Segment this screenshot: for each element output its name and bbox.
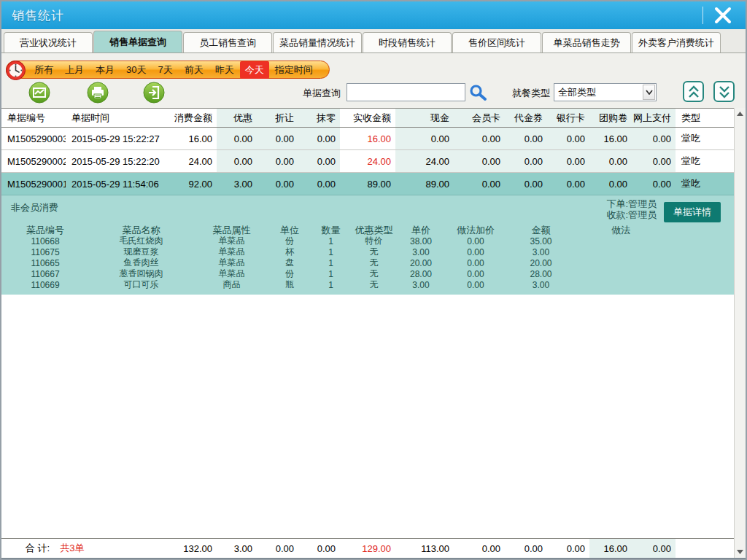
filter-option-2[interactable]: 上月 bbox=[59, 62, 90, 78]
cell-4: 3.00 bbox=[217, 173, 257, 195]
detail-cell-3: 商品 bbox=[193, 279, 270, 290]
collapse-all-button[interactable] bbox=[683, 81, 704, 102]
tab-6[interactable]: 售价区间统计 bbox=[452, 32, 541, 52]
detail-cell-1: 110675 bbox=[1, 246, 89, 257]
detail-row-4: 110667葱香回锅肉单菜品份1无28.000.0028.00 bbox=[1, 268, 737, 279]
dine-type-select[interactable]: 全部类型 bbox=[554, 83, 657, 101]
filter-option-7[interactable]: 昨天 bbox=[209, 62, 240, 78]
double-chevron-down-icon bbox=[719, 85, 730, 98]
date-filter-pill: 所有上月本月30天7天前天昨天今天指定时间 bbox=[6, 61, 330, 79]
order-row-2[interactable]: M15052900022015-05-29 15:22:2024.000.000… bbox=[1, 150, 737, 173]
expand-all-button[interactable] bbox=[713, 81, 735, 102]
detail-cell-7: 3.00 bbox=[395, 246, 446, 257]
detail-cell-2: 可口可乐 bbox=[89, 279, 193, 290]
detail-column-header-8: 做法加价 bbox=[446, 225, 505, 236]
tab-5[interactable]: 时段销售统计 bbox=[363, 32, 452, 52]
cell-6: 0.00 bbox=[298, 150, 340, 172]
filter-option-3[interactable]: 本月 bbox=[90, 62, 120, 78]
detail-cell-4: 份 bbox=[270, 268, 309, 279]
cell-7: 89.00 bbox=[340, 173, 395, 195]
cell-12: 0.00 bbox=[589, 150, 632, 172]
tab-8[interactable]: 外卖客户消费统计 bbox=[632, 32, 721, 52]
order-count: 共3单 bbox=[60, 542, 84, 555]
order-row-3[interactable]: M15052900012015-05-29 11:54:0692.003.000… bbox=[1, 173, 737, 195]
tab-1[interactable]: 营业状况统计 bbox=[4, 32, 93, 52]
order-row-1[interactable]: M15052900032015-05-29 15:22:2716.000.000… bbox=[1, 128, 737, 150]
detail-cell-2: 葱香回锅肉 bbox=[89, 268, 193, 279]
filter-option-1[interactable]: 所有 bbox=[28, 62, 59, 78]
filter-option-8[interactable]: 今天 bbox=[240, 61, 269, 79]
detail-row-1: 110668毛氏红烧肉单菜品份1特价38.000.0035.00 bbox=[1, 236, 737, 246]
detail-cell-9: 35.00 bbox=[505, 236, 577, 246]
close-icon bbox=[713, 7, 732, 24]
filter-option-5[interactable]: 7天 bbox=[152, 62, 178, 78]
footer-total-8: 0.00 bbox=[505, 539, 547, 558]
detail-cell-5: 1 bbox=[309, 279, 352, 290]
footer-total-7: 0.00 bbox=[454, 539, 505, 558]
double-chevron-up-icon bbox=[688, 85, 700, 98]
tab-7[interactable]: 单菜品销售走势 bbox=[542, 32, 631, 52]
detail-column-header-1: 菜品编号 bbox=[1, 225, 89, 236]
export-button[interactable] bbox=[143, 82, 165, 104]
column-header-7: 实收金额 bbox=[340, 109, 395, 127]
search-button[interactable] bbox=[468, 83, 487, 102]
cell-8: 0.00 bbox=[395, 128, 454, 149]
detail-cell-10 bbox=[577, 257, 665, 268]
window-bottom-edge bbox=[1, 558, 746, 559]
detail-cell-1: 110668 bbox=[1, 236, 89, 246]
scroll-up-button[interactable] bbox=[735, 108, 746, 120]
sales-statistics-window: 销售统计 营业状况统计销售单据查询员工销售查询菜品销量情况统计时段销售统计售价区… bbox=[0, 0, 747, 560]
detail-cell-5: 1 bbox=[309, 257, 352, 268]
receipt-query-input[interactable] bbox=[347, 83, 465, 101]
detail-cell-7: 28.00 bbox=[395, 268, 446, 279]
chevron-down-icon bbox=[643, 85, 655, 100]
cell-14: 堂吃 bbox=[676, 173, 737, 195]
empty-area bbox=[1, 295, 737, 538]
cell-1: M1505290003 bbox=[1, 128, 66, 149]
detail-cell-7: 38.00 bbox=[395, 236, 446, 246]
dine-type-selected-value: 全部类型 bbox=[554, 86, 643, 99]
tab-4[interactable]: 菜品销量情况统计 bbox=[273, 32, 362, 52]
tab-2[interactable]: 销售单据查询 bbox=[93, 31, 182, 52]
scroll-down-button[interactable] bbox=[735, 546, 746, 558]
filter-option-6[interactable]: 前天 bbox=[179, 62, 209, 78]
detail-cell-9: 3.00 bbox=[505, 279, 577, 290]
close-button[interactable] bbox=[709, 4, 737, 26]
footer-total-6: 113.00 bbox=[395, 539, 454, 558]
detail-cell-9: 3.00 bbox=[505, 246, 577, 257]
cell-2: 2015-05-29 15:22:20 bbox=[66, 150, 169, 172]
cell-10: 0.00 bbox=[505, 150, 547, 172]
detail-cell-2: 现磨豆浆 bbox=[89, 246, 193, 257]
detail-cell-1: 110665 bbox=[1, 257, 89, 268]
vertical-scrollbar[interactable] bbox=[734, 108, 746, 558]
detail-cell-5: 1 bbox=[309, 236, 352, 246]
cell-12: 16.00 bbox=[589, 128, 632, 149]
cell-5: 0.00 bbox=[257, 128, 298, 149]
column-header-10: 代金券 bbox=[505, 109, 547, 127]
cell-2: 2015-05-29 15:22:27 bbox=[66, 128, 169, 149]
detail-column-header-5: 数量 bbox=[309, 225, 352, 236]
detail-cell-5: 1 bbox=[309, 268, 352, 279]
detail-cell-6: 无 bbox=[352, 268, 395, 279]
tab-3[interactable]: 员工销售查询 bbox=[183, 32, 272, 52]
total-label: 合 计: bbox=[26, 542, 50, 555]
column-header-5: 折让 bbox=[257, 109, 298, 127]
toolbar: 单据查询 就餐类型 全部类型 bbox=[1, 80, 737, 108]
footer-total-9: 0.00 bbox=[547, 539, 589, 558]
cell-1: M1505290001 bbox=[1, 173, 66, 195]
filter-option-4[interactable]: 30天 bbox=[120, 62, 152, 78]
detail-cell-3: 单菜品 bbox=[193, 268, 270, 279]
footer-total-5: 129.00 bbox=[340, 539, 395, 558]
dine-type-label: 就餐类型 bbox=[512, 87, 550, 100]
print-button[interactable] bbox=[87, 82, 109, 104]
chart-button[interactable] bbox=[28, 82, 50, 104]
window-title: 销售统计 bbox=[1, 7, 64, 24]
cell-10: 0.00 bbox=[505, 128, 547, 149]
tab-bar: 营业状况统计销售单据查询员工销售查询菜品销量情况统计时段销售统计售价区间统计单菜… bbox=[1, 29, 746, 53]
cell-14: 堂吃 bbox=[676, 128, 737, 149]
detail-cell-8: 0.00 bbox=[446, 236, 505, 246]
filter-option-9[interactable]: 指定时间 bbox=[269, 62, 319, 78]
detail-cell-10 bbox=[577, 236, 665, 246]
receipt-detail-button[interactable]: 单据详情 bbox=[664, 202, 721, 222]
detail-column-header-2: 菜品名称 bbox=[89, 225, 193, 236]
